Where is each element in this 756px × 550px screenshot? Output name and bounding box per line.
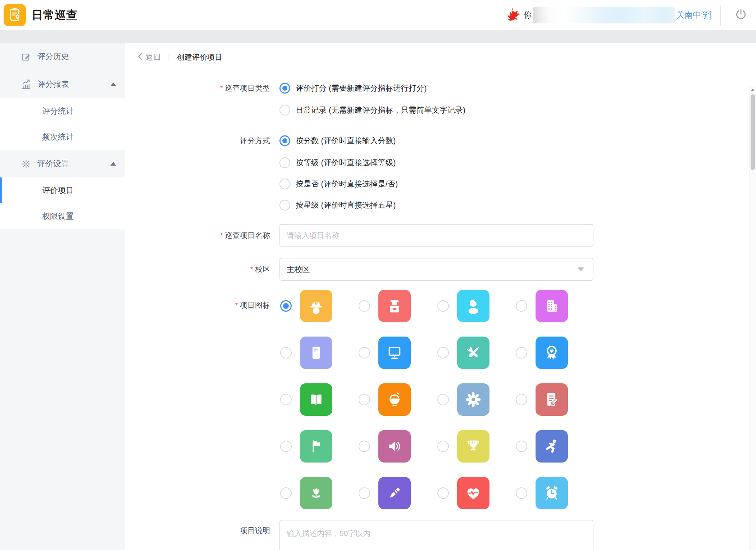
power-icon: [734, 8, 748, 23]
pencil-icon[interactable]: [378, 477, 411, 509]
breadcrumb: 返回 | 创建评价项目: [138, 51, 222, 63]
score-method-option-score[interactable]: 按分数 (评价时直接输入分数): [279, 135, 396, 146]
logout-button[interactable]: [730, 8, 752, 23]
monitor-icon[interactable]: [378, 337, 411, 369]
radio-unchecked-icon[interactable]: [279, 200, 290, 211]
radio-unchecked-icon[interactable]: [516, 487, 527, 499]
required-asterisk: *: [220, 231, 223, 239]
phoenix-icon: [504, 6, 520, 24]
radio-unchecked-icon[interactable]: [280, 394, 292, 405]
campus-select[interactable]: 主校区: [279, 258, 593, 281]
header-divider: [720, 5, 721, 26]
score-method-option-star[interactable]: 按星级 (评价时直接选择五星): [279, 199, 396, 211]
radio-checked-icon[interactable]: [279, 83, 290, 94]
speaker-icon[interactable]: [378, 430, 411, 463]
campus-label: *校区: [125, 264, 270, 275]
trophy-icon[interactable]: [457, 430, 489, 463]
sidebar-item-evaluation-project[interactable]: 评价项目: [0, 177, 125, 203]
project-name-input[interactable]: [279, 224, 593, 247]
chart-icon: [21, 79, 32, 90]
radio-unchecked-icon[interactable]: [280, 487, 292, 499]
sidebar-item-evaluation-settings[interactable]: 评价设置: [0, 150, 125, 177]
edit-icon: [21, 51, 32, 62]
gear-icon[interactable]: [457, 383, 489, 416]
project-type-option-score[interactable]: 评价打分 (需要新建评分指标进行打分): [279, 82, 427, 94]
radio-unchecked-icon[interactable]: [359, 347, 370, 359]
radio-unchecked-icon[interactable]: [437, 441, 449, 452]
radio-unchecked-icon[interactable]: [359, 487, 370, 499]
score-method-option-yesno[interactable]: 按是否 (评价时直接选择是/否): [279, 178, 398, 190]
radio-unchecked-icon[interactable]: [437, 394, 449, 405]
collapse-caret-icon[interactable]: [110, 82, 116, 86]
radio-unchecked-icon[interactable]: [359, 394, 370, 405]
sidebar-item-frequency-statistics[interactable]: 频次统计: [0, 124, 125, 150]
stamp-icon[interactable]: [378, 290, 411, 322]
top-strip: [0, 30, 756, 43]
main-content: 返回 | 创建评价项目 *巡查项目类型 评价打分 (需要新建评分指标进行打分) …: [125, 43, 756, 550]
required-asterisk: *: [250, 265, 253, 273]
radio-unchecked-icon[interactable]: [279, 179, 290, 189]
radio-checked-icon[interactable]: [280, 300, 292, 312]
app-logo: [4, 4, 26, 26]
radio-unchecked-icon[interactable]: [516, 441, 527, 452]
radio-unchecked-icon[interactable]: [437, 487, 449, 499]
collapse-caret-icon[interactable]: [110, 162, 116, 166]
sidebar-item-score-report[interactable]: 评分报表: [0, 70, 125, 98]
scrollbar[interactable]: [750, 86, 756, 550]
score-method-option-grade[interactable]: 按等级 (评价时直接选择等级): [279, 157, 396, 168]
student-icon[interactable]: [457, 290, 489, 322]
notebook-icon[interactable]: [300, 337, 332, 369]
radio-checked-icon[interactable]: [279, 135, 290, 146]
radio-unchecked-icon[interactable]: [516, 300, 527, 312]
breadcrumb-divider: |: [168, 53, 170, 62]
sidebar-item-score-statistics[interactable]: 评分统计: [0, 98, 125, 124]
hard-hat-icon[interactable]: [300, 290, 332, 322]
score-method-label: 评分方式: [125, 135, 270, 146]
user-greeting: 你: [524, 9, 532, 21]
document-edit-icon[interactable]: [536, 383, 568, 416]
flower-icon[interactable]: [300, 477, 332, 509]
project-name-label: *巡查项目名称: [125, 230, 270, 241]
medal-icon[interactable]: [536, 337, 568, 369]
runner-icon[interactable]: [536, 430, 568, 463]
radio-unchecked-icon[interactable]: [279, 157, 290, 168]
app-header: 日常巡查 你 关南中学]: [0, 0, 756, 30]
required-asterisk: *: [235, 301, 238, 309]
required-asterisk: *: [220, 84, 223, 92]
food-bowl-icon[interactable]: [378, 383, 411, 416]
breadcrumb-title: 创建评价项目: [177, 52, 222, 62]
header-user-area: 你 关南中学]: [504, 0, 756, 30]
radio-unchecked-icon[interactable]: [516, 394, 527, 405]
chevron-left-icon: [138, 52, 143, 63]
project-icon-label: *项目图标: [125, 300, 270, 311]
radio-unchecked-icon[interactable]: [437, 300, 449, 312]
project-description-textarea[interactable]: [279, 520, 593, 550]
chevron-down-icon: [578, 267, 584, 271]
radio-unchecked-icon[interactable]: [359, 300, 370, 312]
radio-unchecked-icon[interactable]: [359, 441, 370, 452]
radio-unchecked-icon[interactable]: [437, 347, 449, 359]
flag-icon[interactable]: [300, 430, 332, 463]
radio-unchecked-icon[interactable]: [280, 347, 292, 359]
school-name[interactable]: 关南中学]: [677, 9, 712, 21]
alarm-clock-icon[interactable]: [536, 477, 568, 509]
clipboard-pin-icon: [6, 6, 23, 24]
radio-unchecked-icon[interactable]: [279, 105, 290, 116]
book-icon[interactable]: [300, 383, 332, 416]
back-link[interactable]: 返回: [146, 52, 161, 62]
radio-unchecked-icon[interactable]: [516, 347, 527, 359]
radio-unchecked-icon[interactable]: [280, 441, 292, 452]
project-type-option-record[interactable]: 日常记录 (无需新建评分指标，只需简单文字记录): [279, 104, 465, 116]
scroll-up-arrow-icon[interactable]: [751, 89, 755, 91]
building-icon[interactable]: [536, 290, 568, 322]
sidebar-item-score-history[interactable]: 评分历史: [0, 43, 125, 70]
project-description-label: 项目说明: [125, 525, 270, 536]
campus-select-value: 主校区: [287, 264, 578, 275]
project-type-label: *巡查项目类型: [125, 83, 270, 94]
gear-icon: [21, 158, 32, 170]
tools-icon[interactable]: [457, 337, 489, 369]
scrollbar-thumb[interactable]: [751, 94, 755, 170]
heart-pulse-icon[interactable]: [457, 477, 489, 509]
page-title: 日常巡查: [32, 8, 78, 23]
sidebar-item-permission-settings[interactable]: 权限设置: [0, 203, 125, 229]
